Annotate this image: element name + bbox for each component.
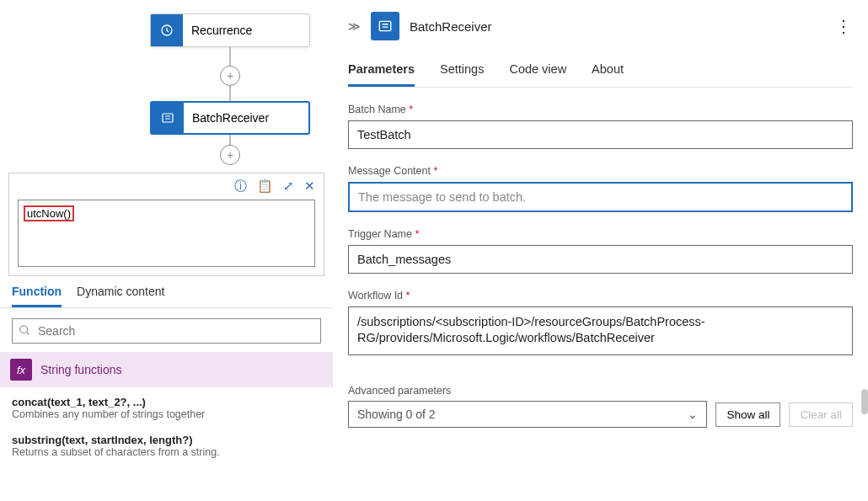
panel-title: BatchReceiver (410, 19, 492, 34)
field-label: Workflow Id (348, 290, 403, 301)
svg-rect-1 (163, 114, 173, 122)
expand-icon[interactable]: ⤢ (283, 179, 294, 195)
designer-canvas[interactable]: Recurrence + BatchReceiver + (0, 0, 333, 173)
tab-parameters[interactable]: Parameters (348, 62, 415, 87)
tab-settings[interactable]: Settings (440, 62, 484, 87)
field-label: Batch Name (348, 104, 406, 115)
field-message-content: Message Content * (348, 163, 853, 212)
search-input[interactable] (12, 318, 321, 344)
expression-tabs: Function Dynamic content (0, 276, 333, 308)
function-signature: substring(text, startIndex, length?) (12, 434, 321, 446)
batch-icon (371, 12, 399, 40)
clock-icon (151, 14, 183, 46)
right-tabs: Parameters Settings Code view About (348, 62, 853, 88)
required-indicator: * (409, 104, 413, 115)
expression-editor: ⓘ 📋 ⤢ ✕ utcNow() (8, 173, 324, 276)
more-menu-button[interactable]: ⋮ (835, 16, 853, 36)
field-label: Trigger Name (348, 228, 412, 240)
svg-rect-3 (379, 21, 391, 30)
function-concat[interactable]: concat(text_1, text_2?, ...) Combines an… (0, 387, 333, 425)
advanced-parameters: Advanced parameters Showing 0 of 2 ⌄ Sho… (348, 382, 853, 428)
trigger-name-input[interactable] (348, 245, 853, 274)
node-recurrence[interactable]: Recurrence (150, 13, 310, 47)
tab-about[interactable]: About (592, 62, 624, 87)
workflow-id-input[interactable]: /subscriptions/<subscription-ID>/resourc… (348, 306, 853, 355)
tab-dynamic-content[interactable]: Dynamic content (77, 285, 164, 307)
search-icon (19, 324, 30, 339)
required-indicator: * (406, 290, 410, 301)
batch-name-input[interactable] (348, 120, 853, 149)
add-step-button[interactable]: + (220, 145, 240, 165)
category-string-functions[interactable]: fx String functions (0, 352, 333, 387)
advanced-select-text: Showing 0 of 2 (357, 408, 436, 421)
function-substring[interactable]: substring(text, startIndex, length?) Ret… (0, 425, 333, 463)
info-icon[interactable]: ⓘ (234, 179, 247, 195)
node-label: BatchReceiver (184, 111, 269, 125)
paste-icon[interactable]: 📋 (257, 179, 273, 195)
tab-function[interactable]: Function (12, 285, 62, 307)
message-content-input[interactable] (348, 182, 853, 212)
clear-all-button[interactable]: Clear all (789, 402, 853, 427)
svg-point-2 (20, 326, 28, 333)
show-all-button[interactable]: Show all (715, 402, 780, 427)
node-label: Recurrence (183, 24, 252, 37)
field-workflow-id: Workflow Id * /subscriptions/<subscripti… (348, 287, 853, 359)
field-batch-name: Batch Name * (348, 101, 853, 149)
expression-value: utcNow() (24, 205, 74, 221)
tab-code-view[interactable]: Code view (509, 62, 566, 87)
function-description: Returns a subset of characters from a st… (12, 446, 321, 458)
connector (229, 135, 231, 145)
advanced-label: Advanced parameters (348, 385, 451, 397)
required-indicator: * (433, 165, 437, 177)
required-indicator: * (415, 228, 419, 240)
node-batchreceiver[interactable]: BatchReceiver (150, 101, 310, 135)
chevron-down-icon: ⌄ (688, 408, 698, 421)
expression-textarea[interactable]: utcNow() (18, 200, 315, 267)
connector (229, 86, 231, 101)
advanced-select[interactable]: Showing 0 of 2 ⌄ (348, 401, 707, 428)
category-label: String functions (40, 363, 122, 376)
batch-icon (152, 102, 184, 134)
field-trigger-name: Trigger Name * (348, 226, 853, 274)
field-label: Message Content (348, 165, 431, 177)
collapse-button[interactable]: ≫ (348, 19, 361, 33)
function-signature: concat(text_1, text_2?, ...) (12, 396, 321, 408)
connector (229, 47, 231, 66)
add-step-button[interactable]: + (220, 66, 240, 86)
close-icon[interactable]: ✕ (304, 179, 315, 195)
fx-icon: fx (10, 359, 32, 381)
function-description: Combines any number of strings together (12, 408, 321, 420)
